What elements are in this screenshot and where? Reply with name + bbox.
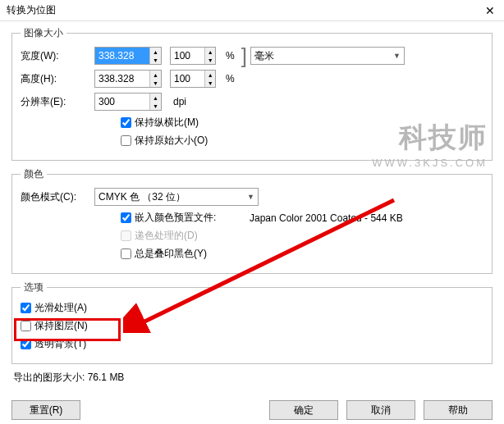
- height-input[interactable]: ▲▼: [94, 70, 162, 88]
- export-size-value: 76.1 MB: [88, 372, 125, 383]
- bracket-icon: ]: [241, 48, 247, 65]
- dither-checkbox: [121, 230, 131, 241]
- keep-original-checkbox[interactable]: [121, 135, 131, 146]
- transparent-checkbox[interactable]: [21, 339, 31, 349]
- dialog-title: 转换为位图: [7, 3, 56, 17]
- dither-label: 递色处理的(D): [135, 229, 198, 243]
- spin-down-icon[interactable]: ▼: [150, 56, 161, 64]
- height-label: 高度(H):: [21, 72, 94, 86]
- spin-down-icon[interactable]: ▼: [205, 56, 215, 64]
- height-percent-input[interactable]: ▲▼: [170, 70, 216, 88]
- width-label: 宽度(W):: [21, 49, 94, 63]
- options-legend: 选项: [21, 280, 47, 294]
- image-size-group: 图像大小 宽度(W): ▲▼ ▲▼ % ] 毫米 ▼ 高度(H):: [11, 26, 493, 161]
- spin-down-icon[interactable]: ▼: [150, 102, 161, 110]
- color-mode-label: 颜色模式(C):: [21, 190, 94, 204]
- help-button[interactable]: 帮助: [424, 400, 493, 420]
- percent-sign: %: [226, 73, 235, 84]
- keep-original-label: 保持原始大小(O): [135, 134, 208, 148]
- resolution-label: 分辨率(E):: [21, 95, 94, 109]
- export-size-label: 导出的图形大小:: [13, 372, 85, 383]
- smooth-checkbox[interactable]: [21, 303, 31, 313]
- smooth-label: 光滑处理(A): [34, 301, 87, 315]
- reset-button[interactable]: 重置(R): [11, 400, 80, 420]
- spin-up-icon[interactable]: ▲: [150, 48, 161, 56]
- resolution-input[interactable]: ▲▼: [94, 93, 162, 111]
- spin-up-icon[interactable]: ▲: [205, 71, 215, 79]
- overprint-label: 总是叠印黑色(Y): [135, 247, 207, 261]
- ok-button[interactable]: 确定: [269, 400, 338, 420]
- cancel-button[interactable]: 取消: [346, 400, 415, 420]
- spin-down-icon[interactable]: ▼: [205, 79, 215, 87]
- keep-aspect-label: 保持纵横比(M): [135, 116, 199, 130]
- percent-sign: %: [226, 50, 235, 62]
- color-mode-select[interactable]: CMYK 色 （32 位） ▼: [94, 188, 259, 206]
- width-percent-input[interactable]: ▲▼: [170, 47, 216, 65]
- image-size-legend: 图像大小: [21, 26, 66, 40]
- overprint-checkbox[interactable]: [121, 248, 131, 259]
- embed-profile-label: 嵌入颜色预置文件:: [135, 211, 250, 225]
- color-group: 颜色 颜色模式(C): CMYK 色 （32 位） ▼ 嵌入颜色预置文件: Ja…: [11, 167, 493, 274]
- resolution-unit: dpi: [173, 96, 186, 107]
- unit-select[interactable]: 毫米 ▼: [250, 47, 405, 65]
- spin-up-icon[interactable]: ▲: [205, 48, 215, 56]
- transparent-label: 透明背景(T): [34, 337, 86, 351]
- keep-aspect-checkbox[interactable]: [121, 117, 131, 128]
- embed-profile-checkbox[interactable]: [121, 212, 131, 223]
- spin-down-icon[interactable]: ▼: [150, 79, 161, 87]
- width-input[interactable]: ▲▼: [94, 47, 162, 65]
- close-icon[interactable]: ✕: [483, 3, 497, 18]
- spin-up-icon[interactable]: ▲: [150, 71, 161, 79]
- options-group: 选项 光滑处理(A) 保持图层(N) 透明背景(T): [11, 280, 493, 364]
- spin-up-icon[interactable]: ▲: [150, 93, 161, 102]
- chevron-down-icon: ▼: [247, 193, 254, 201]
- profile-info: Japan Color 2001 Coated - 544 KB: [250, 212, 403, 224]
- color-legend: 颜色: [21, 167, 47, 181]
- keep-layers-label: 保持图层(N): [34, 319, 88, 333]
- chevron-down-icon: ▼: [393, 52, 401, 60]
- keep-layers-checkbox[interactable]: [21, 321, 31, 331]
